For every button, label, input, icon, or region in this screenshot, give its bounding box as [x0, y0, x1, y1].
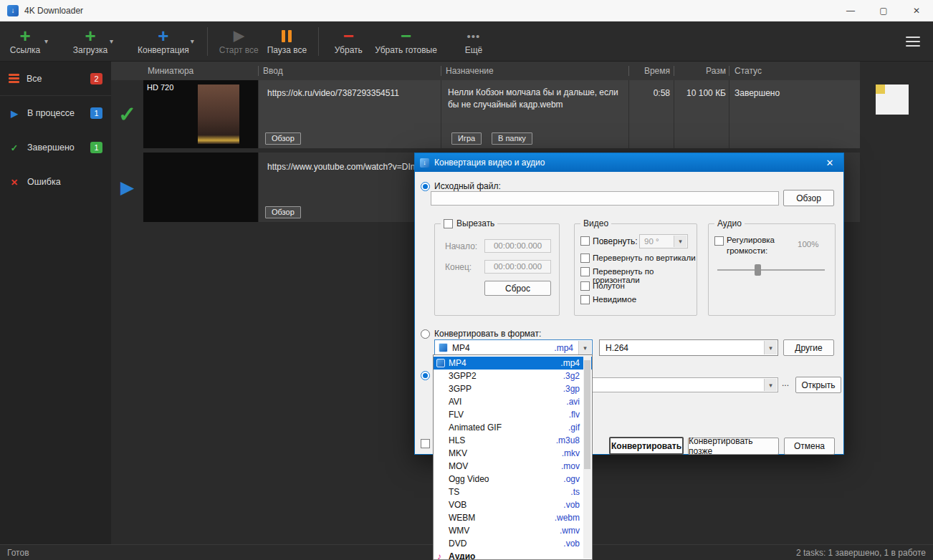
start-all-button[interactable]: ▶ Старт все [215, 23, 263, 60]
sidebar-item-all[interactable]: Все 2 [0, 62, 111, 96]
table-row[interactable]: ✓ HD 720 https://ok.ru/video/73872933545… [111, 80, 860, 148]
format-option-3gpp2[interactable]: 3GPP2 .3g2 [434, 370, 592, 382]
slider-thumb[interactable] [755, 264, 761, 276]
sidebar-item-completed[interactable]: ✓ Завершено 1 [0, 130, 111, 165]
other-formats-button[interactable]: Другие [783, 339, 834, 356]
format-option-mp4[interactable]: MP4 .mp4 [434, 357, 592, 370]
cancel-button[interactable]: Отмена [784, 438, 835, 455]
chevron-down-icon[interactable]: ▾ [578, 341, 591, 354]
format-option-3gpp[interactable]: 3GPP .3gp [434, 382, 592, 395]
source-file-input[interactable] [431, 191, 779, 206]
flip-horizontal-checkbox[interactable] [580, 267, 590, 276]
chevron-down-icon[interactable]: ▾ [764, 341, 777, 354]
volume-label: Регулировка громкости: [727, 235, 791, 256]
remove-finished-button[interactable]: − Убрать готовые [370, 23, 441, 60]
output-file-radio[interactable] [421, 371, 430, 380]
column-line [729, 80, 729, 148]
download-button[interactable]: + Загрузка [68, 23, 113, 60]
format-option-webm[interactable]: WEBM .webm [434, 511, 592, 524]
format-option-vob[interactable]: VOB .vob [434, 498, 592, 511]
volume-value: 100% [798, 240, 818, 248]
format-option-avi[interactable]: AVI .avi [434, 395, 592, 408]
table-header: Миниатюра Ввод Назначение Время Разм Ста… [111, 62, 860, 80]
cut-end-label: Конец: [445, 262, 472, 272]
browse-button[interactable]: Обзор [265, 206, 301, 218]
browse-button[interactable]: Обзор [265, 132, 301, 145]
halftone-checkbox[interactable] [580, 281, 590, 291]
add-link-dropdown-arrow[interactable]: ▾ [44, 37, 48, 45]
filter-icon [9, 72, 19, 85]
download-dropdown-arrow[interactable]: ▾ [110, 37, 113, 45]
format-option-flv[interactable]: FLV .flv [434, 408, 592, 421]
remove-button[interactable]: − Убрать [326, 23, 370, 60]
minimize-button[interactable]: — [834, 0, 867, 21]
format-option-dvd[interactable]: DVD .vob [434, 537, 592, 550]
format-option-hls[interactable]: HLS .m3u8 [434, 434, 592, 447]
column-header-status[interactable]: Статус [735, 66, 762, 76]
more-button[interactable]: ••• Ещё [451, 23, 496, 60]
dropdown-scrollbar[interactable] [583, 356, 591, 559]
convert-button[interactable]: Конвертировать [609, 437, 684, 455]
convert-format-label: Конвертировать в формат: [434, 329, 541, 339]
codec-combobox[interactable]: H.264 ▾ [599, 339, 778, 356]
close-button[interactable]: ✕ [900, 0, 933, 21]
volume-slider[interactable] [717, 264, 825, 276]
open-folder-button[interactable]: В папку [492, 132, 532, 145]
column-header-time[interactable]: Время [613, 66, 670, 76]
source-file-radio[interactable] [421, 182, 430, 191]
dialog-close-button[interactable]: ✕ [816, 153, 843, 172]
toolbar: + Ссылка ▾ + Загрузка ▾ + Конвертация ▾ … [0, 21, 933, 62]
column-header-destination[interactable]: Назначение [446, 66, 494, 76]
play-icon: ▶ [234, 27, 244, 44]
format-option-wmv[interactable]: WMV .wmv [434, 524, 592, 537]
convert-dropdown-arrow[interactable]: ▾ [191, 37, 194, 45]
sidebar-item-error[interactable]: ✕ Ошибка [0, 165, 111, 199]
invisible-checkbox[interactable] [580, 295, 590, 304]
column-header-thumbnail[interactable]: Миниатюра [148, 66, 193, 76]
flip-vertical-checkbox[interactable] [580, 254, 590, 263]
browse-dots-button[interactable]: ... [782, 378, 789, 388]
rotate-checkbox[interactable] [580, 236, 590, 246]
cut-reset-button[interactable]: Сброс [484, 281, 551, 296]
open-button[interactable]: Открыть [795, 377, 841, 393]
pause-all-button[interactable]: Пауза все [263, 23, 312, 60]
source-browse-button[interactable]: Обзор [783, 190, 834, 206]
cut-end-input[interactable]: 00:00:00.000 [484, 260, 551, 274]
plus-icon: + [158, 27, 168, 44]
cut-start-input[interactable]: 00:00:00.000 [484, 239, 551, 253]
chevron-down-icon[interactable]: ▾ [764, 379, 777, 391]
format-combobox[interactable]: MP4 .mp4 ▾ [434, 339, 593, 356]
convert-label: Конвертация [138, 45, 189, 55]
maximize-button[interactable]: ▢ [867, 0, 900, 21]
convert-later-button[interactable]: Конвертировать позже [688, 438, 779, 455]
column-header-input[interactable]: Ввод [263, 66, 283, 76]
dialog-title: Конвертация видео и аудио [434, 158, 545, 168]
play-file-button[interactable]: Игра [451, 132, 482, 145]
format-dropdown-list: MP4 .mp4 3GPP2 .3g2 3GPP .3gp AVI .avi F… [433, 354, 593, 560]
rotate-label: Повернуть: [593, 236, 638, 246]
check-icon: ✓ [9, 143, 20, 153]
convert-button[interactable]: + Конвертация [133, 23, 193, 60]
rotate-angle-select[interactable]: 90 ° ▾ [639, 234, 688, 248]
pause-icon [280, 27, 293, 44]
audio-groupbox: Аудио Регулировка громкости: 100% [708, 223, 836, 316]
dialog-titlebar[interactable]: ↓ Конвертация видео и аудио ✕ [415, 153, 843, 172]
format-option-mkv[interactable]: MKV .mkv [434, 447, 592, 460]
sidebar-item-in-progress[interactable]: ▶ В процессе 1 [0, 96, 111, 130]
volume-checkbox[interactable] [714, 236, 724, 246]
dialog-bottom-checkbox[interactable] [421, 439, 430, 448]
cut-groupbox: Вырезать Начало: 00:00:00.000 Конец: 00:… [434, 223, 560, 316]
convert-format-radio[interactable] [421, 329, 430, 339]
format-option-gif[interactable]: Animated GIF .gif [434, 421, 592, 434]
format-option-mov[interactable]: MOV .mov [434, 460, 592, 473]
add-link-button[interactable]: + Ссылка [3, 23, 47, 60]
cut-checkbox[interactable] [444, 219, 453, 228]
scrollbar-thumb[interactable] [584, 360, 590, 469]
column-separator [729, 66, 729, 76]
format-option-ogv[interactable]: Ogg Video .ogv [434, 473, 592, 486]
add-link-label: Ссылка [10, 45, 40, 55]
column-header-size[interactable]: Разм [677, 66, 726, 76]
main-menu-icon[interactable] [906, 34, 920, 49]
format-option-ts[interactable]: TS .ts [434, 486, 592, 498]
app-icon-glyph: ↓ [11, 6, 15, 14]
